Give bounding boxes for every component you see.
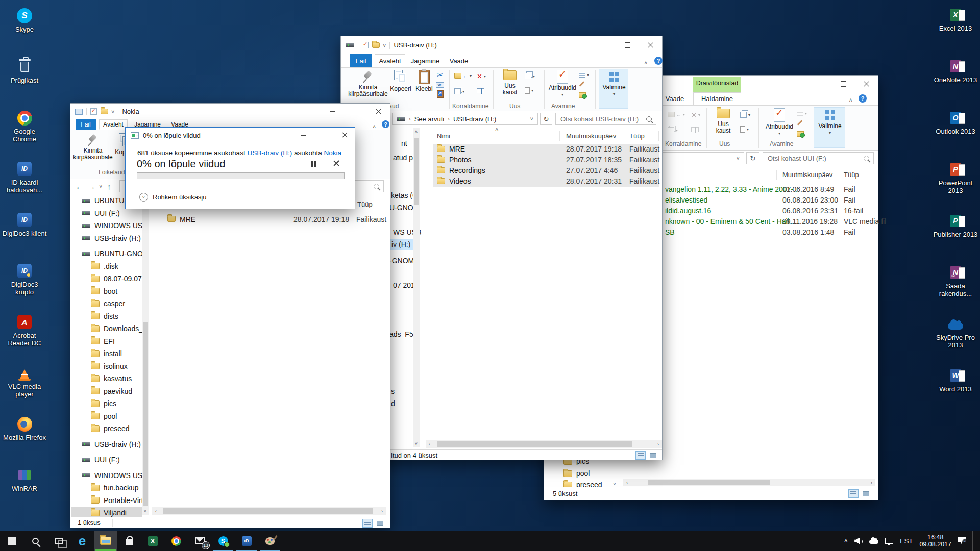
details-view-toggle[interactable] (848, 489, 859, 498)
search-icon[interactable] (646, 116, 652, 122)
close-button[interactable] (367, 104, 390, 119)
recent-locations-icon[interactable]: ˅ (99, 183, 102, 189)
address-dropdown-icon[interactable]: ˅ (737, 155, 740, 161)
tree-item[interactable]: Portable-VirtualB (71, 494, 142, 507)
tree-item[interactable]: boot (71, 285, 142, 298)
minimize-button[interactable] (293, 128, 314, 143)
tree-item[interactable]: pics (71, 397, 142, 410)
new-item-icon[interactable]: ▾ (525, 73, 535, 79)
minimize-button[interactable] (593, 36, 616, 54)
desktop-icon[interactable]: O Outlook 2013 (933, 106, 978, 158)
clock[interactable]: 16:48 09.08.2017 (919, 534, 951, 548)
taskbar-skype-button[interactable]: S (211, 531, 235, 551)
edit-icon[interactable] (579, 83, 585, 85)
new-item-icon[interactable]: ▾ (740, 112, 750, 118)
refresh-button[interactable]: ↻ (746, 152, 760, 164)
tree-item[interactable]: WINDOWS USB ( (71, 219, 142, 232)
desktop-icon[interactable]: P PowerPoint 2013 (933, 158, 978, 209)
tree-item[interactable]: kasvatus (71, 372, 142, 385)
easy-access-icon[interactable]: ▾ (740, 126, 749, 133)
qat-properties-icon[interactable] (362, 42, 369, 48)
desktop-icon[interactable]: iD ID-kaardi haldusvah... (1, 157, 48, 208)
rename-icon[interactable] (691, 127, 699, 132)
copy-to-icon[interactable]: ▾ (454, 88, 464, 94)
properties-button[interactable]: Atribuudid ▾ (765, 108, 794, 137)
maximize-button[interactable] (344, 104, 367, 119)
help-icon[interactable]: ? (654, 57, 663, 65)
tree-item[interactable]: isolinux (71, 360, 142, 373)
tree-item[interactable]: UBUNTU-GNOM (71, 247, 142, 260)
taskbar-excel-button[interactable]: X (141, 531, 164, 551)
history-icon[interactable] (797, 131, 804, 137)
file-row[interactable]: Photos 27.07.2017 18:35 Failikaust (433, 155, 659, 165)
close-button[interactable] (639, 36, 662, 54)
close-button[interactable] (334, 128, 355, 143)
tree-item[interactable]: EFI (71, 335, 142, 348)
tab-jagamine[interactable]: Jagamine (408, 54, 442, 67)
start-button[interactable] (0, 531, 23, 551)
desktop-icon[interactable]: A Acrobat Reader DC (1, 310, 48, 361)
source-link[interactable]: USB-draiv (H:) (247, 149, 292, 157)
keyboard-language-indicator[interactable]: EST (900, 537, 913, 545)
tree-item[interactable]: paevikud (71, 385, 142, 398)
drive-tools-contextual-tab[interactable]: Draivitööriistad (693, 77, 741, 92)
collapse-ribbon-icon[interactable]: ˄ (644, 58, 647, 67)
properties-button[interactable]: Atribuudid ▾ (548, 70, 577, 98)
back-icon[interactable]: ← (76, 182, 83, 191)
new-folder-button[interactable]: Uus kaust (497, 70, 523, 96)
column-header-type[interactable]: Tüüp (629, 132, 645, 140)
action-center-icon[interactable]: 6 (958, 537, 966, 544)
tree-item[interactable]: UUI (F:) (71, 454, 142, 466)
minimize-button[interactable] (809, 76, 832, 92)
tree-item[interactable]: USB-draiv (H:) (71, 232, 142, 245)
minimize-button[interactable] (321, 104, 344, 119)
tree-scrollbar[interactable]: ˄ ˅ (413, 128, 420, 447)
search-box[interactable]: Otsi kohast UUI (F:) (763, 152, 874, 164)
desktop-icon[interactable]: Google Chrome (1, 106, 48, 157)
taskbar-search-button[interactable] (23, 531, 47, 551)
qat-new-folder-icon[interactable] (101, 109, 108, 114)
desktop-icon[interactable]: iD DigiDoc3 klient (1, 208, 48, 259)
desktop-icon[interactable]: N OneNote 2013 (933, 55, 978, 106)
desktop-icon[interactable]: Mozilla Firefox (1, 412, 48, 463)
desktop-icon[interactable]: Prügikast (1, 55, 48, 106)
file-row[interactable]: Videos 28.07.2017 20:31 Failikaust (433, 176, 659, 187)
column-header-date[interactable]: Muutmiskuupäev (566, 132, 616, 140)
column-header-date[interactable]: Muutmiskuupäev (782, 171, 832, 179)
qat-new-folder-icon[interactable] (372, 42, 380, 48)
copy-to-icon[interactable]: ▾ (668, 127, 678, 133)
tree-item[interactable]: USB-draiv (H:) (71, 438, 142, 451)
title-bar[interactable]: ˅ USB-draiv (H:) (341, 36, 662, 54)
pin-to-quick-access-button[interactable]: Kinnita kiirpääsuribale (75, 133, 111, 161)
file-row[interactable]: MRE 28.07.2017 19:18 Failikaust (152, 214, 388, 226)
task-view-button[interactable] (47, 531, 70, 551)
copy-path-icon[interactable]: W· (436, 82, 444, 88)
tray-expand-chevron[interactable]: ˄ (844, 537, 848, 545)
desktop-icon[interactable]: X Excel 2013 (933, 3, 978, 55)
rename-icon[interactable] (477, 88, 484, 93)
forward-icon[interactable]: → (88, 182, 95, 191)
desktop-icon[interactable]: WinRAR (1, 463, 48, 514)
delete-icon[interactable]: ✕▾ (477, 73, 486, 80)
horizontal-scrollbar[interactable]: ‹ › (152, 507, 386, 515)
open-icon[interactable]: ▾ (579, 72, 589, 78)
close-button[interactable] (855, 76, 878, 92)
open-icon[interactable]: ▾ (797, 111, 807, 116)
tree-item[interactable]: fun.backup (71, 482, 142, 494)
easy-access-icon[interactable]: ▾ (525, 87, 533, 94)
move-to-icon[interactable]: ←▾ (454, 73, 472, 79)
desktop-icon[interactable]: P Publisher 2013 (933, 209, 978, 261)
column-header-type[interactable]: Tüüp (357, 201, 373, 208)
tree-item[interactable]: dists (71, 310, 142, 323)
desktop-icon[interactable]: VLC media player (1, 361, 48, 412)
taskbar-paint-button[interactable] (258, 531, 282, 551)
volume-icon[interactable] (854, 538, 863, 544)
history-icon[interactable] (579, 92, 586, 98)
tree-item[interactable]: .disk (71, 260, 142, 273)
edit-icon[interactable] (797, 122, 803, 123)
address-bar[interactable]: › See arvuti › USB-draiv (H:) ˅ (392, 113, 538, 125)
tree-item[interactable]: Downloads_F5BF (71, 322, 142, 335)
desktop-icon[interactable]: S Skype (1, 4, 48, 55)
thumbnail-view-toggle[interactable] (375, 519, 385, 528)
details-view-toggle[interactable] (362, 519, 373, 528)
